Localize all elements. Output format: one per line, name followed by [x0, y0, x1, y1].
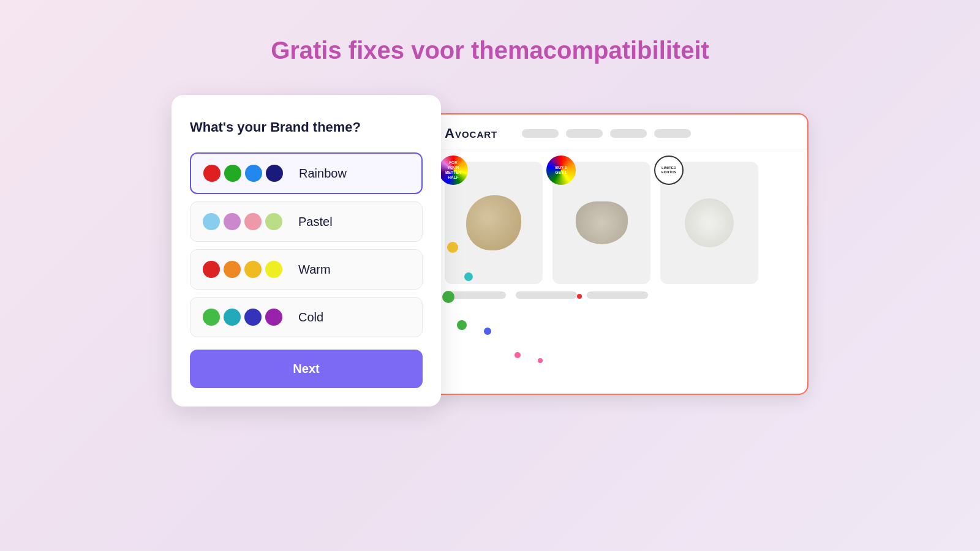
color-dot-warm-0 [203, 261, 220, 278]
color-dots-rainbow [203, 165, 283, 182]
color-dot-rainbow-2 [245, 165, 262, 182]
color-dot-pastel-2 [244, 213, 262, 230]
nav-placeholder-4 [654, 129, 691, 138]
product-badge-2: BUY 1GET 1 [546, 156, 576, 185]
title-plain: Gratis fixes voor [271, 37, 471, 64]
color-dot-warm-2 [244, 261, 262, 278]
theme-option-pastel[interactable]: Pastel [190, 201, 423, 242]
theme-option-warm[interactable]: Warm [190, 249, 423, 290]
theme-option-cold[interactable]: Cold [190, 297, 423, 337]
color-dots-warm [203, 261, 282, 278]
color-dot-cold-1 [224, 309, 241, 326]
color-dot-warm-1 [224, 261, 241, 278]
nav-placeholder-3 [610, 129, 647, 138]
product-card-2: BUY 1GET 1 [552, 162, 650, 284]
preview-panel: Avocart FORYOURBETTERHALF BUY 1GET 1 [429, 113, 809, 395]
product-image-2 [576, 201, 628, 244]
product-card-1: FORYOURBETTERHALF [445, 162, 543, 284]
color-dot-rainbow-0 [203, 165, 221, 182]
product-info-row [430, 284, 807, 299]
title-highlight: themacompatibiliteit [471, 37, 709, 64]
product-image-1 [466, 195, 521, 250]
theme-label-pastel: Pastel [298, 215, 333, 229]
color-dot-pastel-1 [224, 213, 241, 230]
page-title: Gratis fixes voor themacompatibiliteit [271, 37, 709, 64]
product-badge-1: FORYOURBETTERHALF [439, 156, 468, 185]
preview-nav [522, 129, 691, 138]
next-button[interactable]: Next [190, 350, 423, 388]
nav-placeholder-2 [566, 129, 603, 138]
color-dots-pastel [203, 213, 282, 230]
color-dot-cold-3 [265, 309, 282, 326]
info-bar-1 [445, 291, 506, 299]
product-badge-3: LIMITEDEDITION [654, 156, 684, 185]
color-dot-cold-0 [203, 309, 220, 326]
color-dot-rainbow-1 [224, 165, 241, 182]
theme-option-rainbow[interactable]: Rainbow [190, 152, 423, 194]
content-area: What's your Brand theme? RainbowPastelWa… [172, 95, 809, 407]
color-dot-warm-3 [265, 261, 282, 278]
theme-label-cold: Cold [298, 310, 323, 324]
color-dot-rainbow-3 [266, 165, 283, 182]
theme-options-list: RainbowPastelWarmCold [190, 152, 423, 337]
color-dots-cold [203, 309, 282, 326]
preview-logo: Avocart [445, 126, 497, 141]
info-bar-3 [587, 291, 648, 299]
product-image-3 [685, 198, 734, 247]
theme-label-warm: Warm [298, 263, 331, 277]
color-dot-cold-2 [244, 309, 262, 326]
brand-panel: What's your Brand theme? RainbowPastelWa… [172, 95, 441, 407]
preview-products: FORYOURBETTERHALF BUY 1GET 1 LIMITEDEDIT… [430, 149, 807, 284]
nav-placeholder-1 [522, 129, 559, 138]
theme-label-rainbow: Rainbow [299, 167, 347, 181]
preview-header: Avocart [430, 114, 807, 149]
color-dot-pastel-3 [265, 213, 282, 230]
brand-panel-title: What's your Brand theme? [190, 119, 423, 135]
product-card-3: LIMITEDEDITION [660, 162, 758, 284]
color-dot-pastel-0 [203, 213, 220, 230]
info-bar-2 [516, 291, 577, 299]
